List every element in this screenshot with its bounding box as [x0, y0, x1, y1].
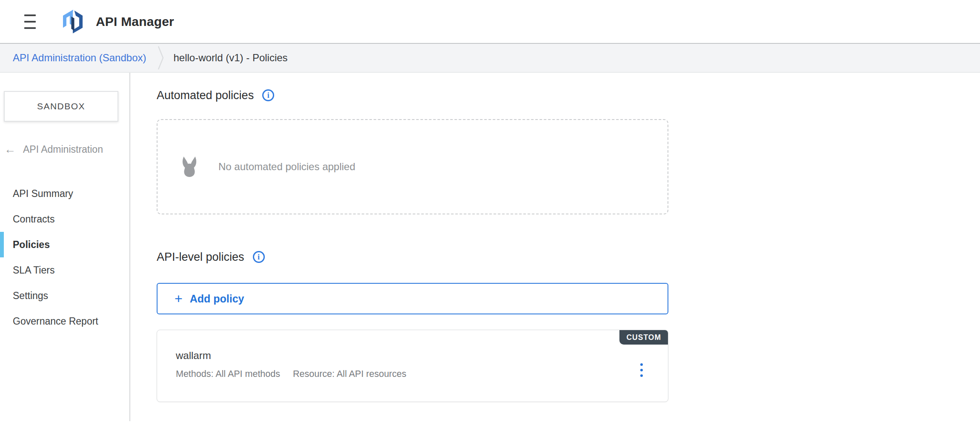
kebab-dot: [640, 374, 643, 377]
anypoint-logo-icon[interactable]: [59, 9, 86, 35]
app-title: API Manager: [96, 14, 174, 29]
hamburger-menu-icon[interactable]: [24, 14, 36, 29]
hamburger-bar: [24, 14, 36, 16]
policy-card: CUSTOM wallarm Methods: All API methods …: [157, 330, 668, 402]
automated-policies-header: Automated policies i: [157, 87, 668, 104]
api-level-policies-header: API-level policies i: [157, 248, 668, 265]
policy-name: wallarm: [157, 330, 668, 362]
policy-resource: Resource: All API resources: [293, 369, 406, 379]
empty-state-message: No automated policies applied: [218, 161, 355, 173]
hamburger-bar: [24, 27, 36, 29]
sidebar: SANDBOX ← API Administration API Summary…: [0, 73, 130, 421]
info-icon[interactable]: i: [253, 251, 265, 263]
policy-type-badge: CUSTOM: [619, 330, 668, 345]
policy-methods: Methods: All API methods: [176, 369, 280, 379]
breadcrumb: API Administration (Sandbox) hello-world…: [0, 43, 980, 73]
app-header: API Manager: [0, 0, 980, 43]
add-policy-label: Add policy: [190, 293, 244, 305]
breadcrumb-separator-icon: [158, 45, 164, 71]
sidebar-item-sla-tiers[interactable]: SLA Tiers: [0, 257, 129, 283]
back-link-label: API Administration: [23, 144, 103, 155]
automated-policies-title: Automated policies: [157, 89, 254, 102]
page-body: SANDBOX ← API Administration API Summary…: [0, 73, 980, 421]
kebab-dot: [640, 369, 643, 371]
sidebar-item-settings[interactable]: Settings: [0, 283, 129, 308]
main-content: Automated policies i No automated polici…: [130, 73, 980, 421]
sidebar-item-api-summary[interactable]: API Summary: [0, 181, 129, 206]
sidebar-item-contracts[interactable]: Contracts: [0, 206, 129, 232]
info-icon[interactable]: i: [262, 89, 274, 101]
hamburger-bar: [24, 21, 36, 23]
breadcrumb-current: hello-world (v1) - Policies: [174, 52, 288, 64]
sidebar-item-governance-report[interactable]: Governance Report: [0, 308, 129, 334]
policy-meta: Methods: All API methods Resource: All A…: [157, 362, 668, 379]
sidebar-item-policies[interactable]: Policies: [0, 232, 129, 257]
sidebar-nav: API Summary Contracts Policies SLA Tiers…: [0, 181, 129, 334]
plus-icon: +: [175, 292, 183, 305]
kebab-menu-icon[interactable]: [639, 360, 645, 380]
environment-selector[interactable]: SANDBOX: [4, 91, 118, 122]
automated-policies-empty-state: No automated policies applied: [157, 119, 668, 214]
kebab-dot: [640, 363, 643, 366]
mule-icon: [180, 156, 199, 177]
back-arrow-icon: ←: [4, 144, 16, 155]
api-level-policies-title: API-level policies: [157, 251, 244, 264]
back-link[interactable]: ← API Administration: [0, 144, 129, 155]
breadcrumb-parent-link[interactable]: API Administration (Sandbox): [13, 52, 146, 64]
add-policy-button[interactable]: + Add policy: [157, 283, 668, 314]
